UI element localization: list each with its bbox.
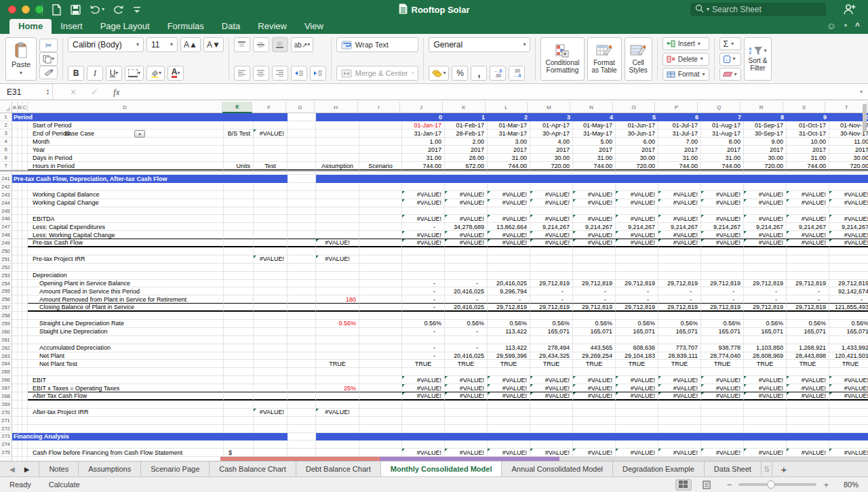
grid-cell[interactable]: 9,214,267 xyxy=(658,223,701,231)
grid-cell[interactable] xyxy=(530,247,573,255)
grid-cell[interactable] xyxy=(288,328,316,336)
grid-cell[interactable] xyxy=(829,272,868,280)
grid-cell[interactable] xyxy=(22,199,28,207)
grid-cell[interactable] xyxy=(316,312,359,320)
grid-cell[interactable] xyxy=(288,320,316,328)
grid-cell[interactable] xyxy=(224,280,254,288)
grid-cell[interactable] xyxy=(224,425,254,433)
grid-cell[interactable] xyxy=(18,344,22,352)
grid-cell[interactable] xyxy=(316,247,359,255)
grid-cell[interactable] xyxy=(744,433,787,441)
grid-cell[interactable] xyxy=(744,336,787,344)
grid-cell[interactable]: #VALUE! xyxy=(488,376,530,384)
grid-cell[interactable] xyxy=(829,175,868,183)
grid-cell[interactable]: - xyxy=(658,295,701,304)
grid-cell[interactable] xyxy=(658,264,701,272)
grid-cell[interactable] xyxy=(18,287,22,295)
grid-cell[interactable] xyxy=(12,417,18,425)
grid-cell[interactable] xyxy=(829,425,868,433)
grid-cell[interactable]: 1.00 xyxy=(402,138,445,146)
wrap-text-button[interactable]: Wrap Text xyxy=(336,37,419,52)
grid-cell[interactable] xyxy=(316,138,359,146)
grid-cell[interactable] xyxy=(701,425,744,433)
grid-cell[interactable]: 20,416,025 xyxy=(445,352,488,361)
grid-cell[interactable]: #VALUE! xyxy=(573,449,616,457)
grid-cell[interactable]: 01-Sep-17 xyxy=(744,121,787,129)
grid-cell[interactable]: 744.00 xyxy=(701,162,744,170)
grid-cell[interactable]: TRUE xyxy=(445,360,488,368)
tab-formulas[interactable]: Formulas xyxy=(159,19,213,34)
grid-cell[interactable]: #VALUE! xyxy=(787,449,829,457)
grid-cell[interactable] xyxy=(616,264,658,272)
grid-cell[interactable] xyxy=(12,304,18,312)
grid-cell[interactable]: TRUE xyxy=(488,360,530,368)
grid-cell[interactable]: 1,103,850 xyxy=(744,344,787,352)
grid-cell[interactable] xyxy=(787,401,829,409)
grid-cell[interactable] xyxy=(254,191,288,199)
grid-cell[interactable] xyxy=(224,121,254,129)
grid-cell[interactable]: 2017 xyxy=(658,146,701,154)
grid-cell[interactable]: #VALUE! xyxy=(488,449,530,457)
grid-cell[interactable]: TRUE xyxy=(573,360,616,368)
grid-cell[interactable] xyxy=(288,312,316,320)
grid-cell[interactable]: #VALUE! xyxy=(488,392,530,401)
grid-cell[interactable] xyxy=(316,272,359,280)
grid-cell[interactable] xyxy=(22,121,28,129)
new-workbook-icon[interactable] xyxy=(52,4,62,16)
row-header[interactable]: 265 xyxy=(0,368,12,376)
grid-cell[interactable]: 165,071 xyxy=(829,328,868,336)
grid-cell[interactable]: 278,494 xyxy=(530,344,573,352)
grid-cell[interactable]: #VALUE! xyxy=(787,239,829,247)
grid-cell[interactable] xyxy=(744,207,787,216)
sheet-tab[interactable]: Cash Balance Chart xyxy=(210,462,296,476)
grid-cell[interactable] xyxy=(22,409,28,417)
grid-cell[interactable]: 30-Jun-17 xyxy=(616,129,658,138)
row-header[interactable]: 246 xyxy=(0,215,12,223)
grid-cell[interactable] xyxy=(445,264,488,272)
grid-cell[interactable]: #VALUE! xyxy=(701,392,744,401)
row-header[interactable]: 7 xyxy=(0,162,12,170)
grid-cell[interactable]: 31-Jul-17 xyxy=(658,129,701,138)
grid-cell[interactable] xyxy=(288,440,316,449)
grid-cell[interactable]: #VALUE! xyxy=(402,199,445,207)
grid-cell[interactable] xyxy=(829,312,868,320)
grid-cell[interactable]: 92,142,674 xyxy=(829,287,868,295)
grid-cell[interactable] xyxy=(787,409,829,417)
grid-cell[interactable]: 7.00 xyxy=(658,138,701,146)
grid-cell[interactable]: 29,712,819 xyxy=(787,280,829,288)
grid-cell[interactable]: TRUE xyxy=(744,360,787,368)
grid-cell[interactable] xyxy=(254,352,288,361)
decrease-decimal-button[interactable]: .00→.0 xyxy=(509,66,525,81)
grid-cell[interactable]: Depreciation xyxy=(28,272,224,280)
grid-cell[interactable] xyxy=(359,175,402,183)
grid-cell[interactable] xyxy=(445,425,488,433)
grid-cell[interactable] xyxy=(12,401,18,409)
grid-cell[interactable] xyxy=(288,154,316,162)
grid-cell[interactable] xyxy=(616,417,658,425)
column-header-L[interactable]: L xyxy=(486,102,528,113)
grid-cell[interactable] xyxy=(18,360,22,368)
grid-cell[interactable] xyxy=(22,344,28,352)
grid-cell[interactable]: 9,214,267 xyxy=(744,223,787,231)
sheet-tab[interactable]: Degradation Example xyxy=(613,462,705,476)
grid-cell[interactable] xyxy=(488,175,530,183)
grid-cell[interactable]: 9,214,267 xyxy=(787,223,829,231)
grid-cell[interactable] xyxy=(402,175,445,183)
grid-cell[interactable] xyxy=(829,207,868,216)
normal-view-button[interactable] xyxy=(675,479,692,491)
grid-cell[interactable] xyxy=(359,199,402,207)
grid-cell[interactable] xyxy=(488,207,530,216)
grid-cell[interactable]: #VALUE! xyxy=(744,449,787,457)
grid-cell[interactable] xyxy=(22,304,28,312)
grid-cell[interactable] xyxy=(18,264,22,272)
grid-cell[interactable] xyxy=(573,207,616,216)
row-header[interactable]: 250 xyxy=(0,247,12,255)
grid-cell[interactable] xyxy=(701,264,744,272)
conditional-formatting-button[interactable]: ≠ ConditionalFormatting xyxy=(540,37,584,81)
grid-cell[interactable]: #VALUE! xyxy=(254,129,288,138)
grid-cell[interactable] xyxy=(616,183,658,191)
grid-cell[interactable] xyxy=(530,312,573,320)
grid-cell[interactable] xyxy=(488,255,530,264)
grid-cell[interactable] xyxy=(616,255,658,264)
grid-cell[interactable] xyxy=(28,336,224,344)
